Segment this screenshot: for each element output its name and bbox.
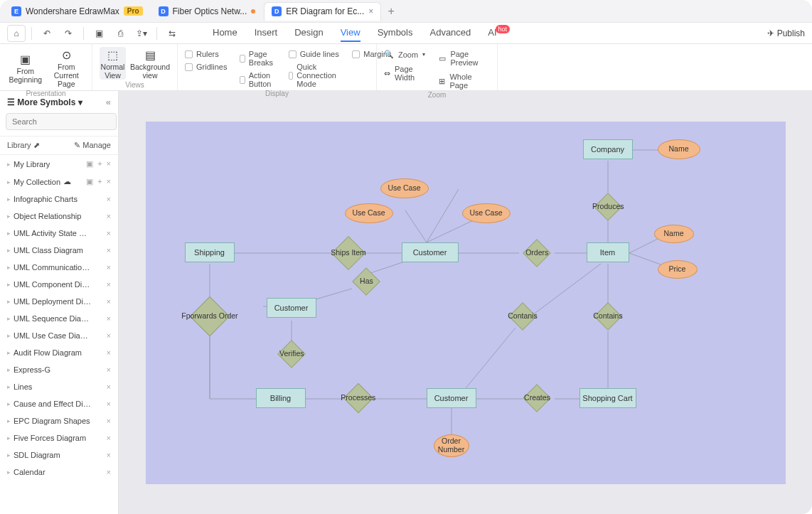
publish-button[interactable]: ✈ Publish — [767, 28, 805, 38]
print-button[interactable]: ⎙ — [111, 25, 129, 42]
menu-ai[interactable]: AIhot — [488, 24, 511, 42]
sidebar-item-label: EPC Diagram Shapes — [14, 417, 90, 425]
sidebar-item[interactable]: ▸UML Class Diagram× — [0, 242, 118, 259]
sidebar-item[interactable]: ▸Audit Flow Diagram× — [0, 344, 118, 361]
diagram-canvas[interactable]: Company Name Produces Item Name Price Or… — [146, 122, 786, 484]
attr-use-case3[interactable]: Use Case — [462, 203, 511, 223]
attr-use-case1[interactable]: Use Case — [380, 178, 429, 198]
entity-billing[interactable]: Billing — [256, 388, 306, 408]
folder-icon[interactable]: ▣ — [86, 177, 93, 186]
attr-price[interactable]: Price — [658, 260, 698, 279]
attr-name-company[interactable]: Name — [658, 139, 700, 159]
sidebar-item[interactable]: ▸UML Sequence Diagram× — [0, 310, 118, 327]
close-icon[interactable]: × — [107, 297, 111, 306]
attr-order-number[interactable]: Order Number — [434, 434, 469, 457]
menu-advanced[interactable]: Advanced — [429, 24, 471, 42]
page-preview-button[interactable]: ▭Page Preview — [439, 50, 490, 67]
menu-insert[interactable]: Insert — [255, 24, 278, 42]
sidebar-item[interactable]: ▸UML Use Case Diagram× — [0, 327, 118, 344]
entity-customer2[interactable]: Customer — [267, 298, 316, 318]
entity-customer3[interactable]: Customer — [427, 388, 476, 408]
from-beginning-button[interactable]: ▣From Beginning — [7, 47, 44, 88]
sidebar-item[interactable]: ▸UML Deployment Diagram× — [0, 293, 118, 310]
search-input[interactable] — [6, 113, 117, 130]
sidebar-item[interactable]: ▸Calendar× — [0, 464, 118, 481]
close-icon[interactable]: × — [107, 468, 111, 476]
close-icon[interactable]: × — [107, 263, 111, 272]
save-button[interactable]: ▣ — [90, 25, 108, 42]
menu-design[interactable]: Design — [294, 24, 323, 42]
whole-page-button[interactable]: ⊞Whole Page — [439, 73, 490, 90]
close-icon[interactable]: × — [107, 417, 111, 425]
ribbon: ▣From Beginning ⊙From Current Page Prese… — [0, 44, 812, 91]
app-tab[interactable]: E Wondershare EdrawMax Pro — [4, 2, 150, 21]
sidebar-item[interactable]: ▸UML Communication Diagr...× — [0, 259, 118, 276]
guidelines-checkbox[interactable]: Guide lines — [289, 50, 340, 58]
menu-view[interactable]: View — [341, 24, 360, 42]
new-tab-button[interactable]: + — [383, 3, 400, 20]
zoom-button[interactable]: 🔍Zoom▾ — [384, 50, 427, 59]
close-icon[interactable]: × — [107, 229, 111, 237]
plus-icon[interactable]: + — [97, 177, 102, 186]
sidebar-item[interactable]: ▸EPC Diagram Shapes× — [0, 412, 118, 429]
close-icon[interactable]: × — [107, 212, 111, 220]
entity-customer1[interactable]: Customer — [402, 242, 459, 262]
doc-tab-1[interactable]: D ER Diagram for Ec... × — [264, 2, 381, 21]
action-button-checkbox[interactable]: Action Button — [240, 71, 275, 88]
close-icon[interactable]: × — [107, 331, 111, 340]
entity-item[interactable]: Item — [587, 242, 629, 262]
entity-company[interactable]: Company — [583, 139, 633, 159]
attr-use-case2[interactable]: Use Case — [345, 203, 393, 223]
manage-button[interactable]: ✎ Manage — [74, 141, 111, 150]
undo-button[interactable]: ↶ — [38, 25, 56, 42]
from-current-button[interactable]: ⊙From Current Page — [48, 47, 85, 88]
sidebar-item[interactable]: ▸Express-G× — [0, 361, 118, 378]
menu-home[interactable]: Home — [213, 24, 237, 42]
page-width-button[interactable]: ⇔Page Width — [384, 65, 427, 82]
close-icon[interactable]: × — [107, 314, 111, 323]
folder-icon[interactable]: ▣ — [86, 159, 93, 168]
sidebar-item[interactable]: ▸Object Relationship× — [0, 208, 118, 225]
canvas-area[interactable]: Company Name Produces Item Name Price Or… — [119, 91, 812, 514]
quick-connection-checkbox[interactable]: Quick Connection Mode — [289, 63, 340, 88]
close-icon[interactable]: × — [107, 195, 111, 203]
collapse-icon[interactable]: « — [106, 97, 111, 107]
more-button[interactable]: ⇆ — [163, 25, 181, 42]
library-label[interactable]: Library ⬈ — [7, 141, 40, 150]
close-icon[interactable]: × — [107, 177, 111, 186]
close-icon[interactable]: × — [107, 280, 111, 289]
redo-button[interactable]: ↷ — [59, 25, 78, 42]
close-icon[interactable]: × — [107, 159, 111, 168]
sidebar-item[interactable]: ▸UML Component Diagram× — [0, 276, 118, 293]
background-view-button[interactable]: ▤Background view — [130, 47, 170, 80]
sidebar-item[interactable]: ▸Infographic Charts× — [0, 191, 118, 208]
close-icon[interactable]: × — [107, 451, 111, 459]
sidebar-item[interactable]: ▸UML Activity State Diagram× — [0, 225, 118, 242]
rulers-checkbox[interactable]: Rulers — [185, 50, 227, 58]
doc-tab-0[interactable]: D Fiber Optics Netw... — [151, 2, 263, 21]
sidebar-item[interactable]: ▸Five Forces Diagram× — [0, 429, 118, 446]
attr-name-item[interactable]: Name — [654, 225, 694, 243]
preview-icon: ▭ — [439, 54, 446, 63]
home-button[interactable]: ⌂ — [7, 25, 26, 42]
close-icon[interactable]: × — [107, 246, 111, 255]
gridlines-checkbox[interactable]: Gridlines — [185, 63, 227, 71]
sidebar-item[interactable]: ▸SDL Diagram× — [0, 446, 118, 464]
plus-icon[interactable]: + — [97, 159, 102, 168]
close-icon[interactable]: × — [107, 348, 111, 357]
close-icon[interactable]: × — [368, 6, 373, 16]
sidebar-item[interactable]: ▸Lines× — [0, 378, 118, 395]
normal-view-button[interactable]: ⬚Normal View — [100, 47, 126, 80]
sidebar-item[interactable]: ▸My Library▣+× — [0, 155, 118, 173]
entity-shipping[interactable]: Shipping — [185, 242, 235, 262]
sidebar-item[interactable]: ▸Cause and Effect Diagram× — [0, 395, 118, 412]
page-breaks-checkbox[interactable]: Page Breaks — [240, 50, 275, 67]
close-icon[interactable]: × — [107, 434, 111, 442]
close-icon[interactable]: × — [107, 382, 111, 391]
entity-shopping-cart[interactable]: Shopping Cart — [579, 388, 636, 408]
sidebar-item[interactable]: ▸My Collection ☁▣+× — [0, 173, 118, 191]
close-icon[interactable]: × — [107, 400, 111, 408]
menu-symbols[interactable]: Symbols — [378, 24, 413, 42]
close-icon[interactable]: × — [107, 365, 111, 374]
export-button[interactable]: ⇪▾ — [132, 25, 151, 42]
